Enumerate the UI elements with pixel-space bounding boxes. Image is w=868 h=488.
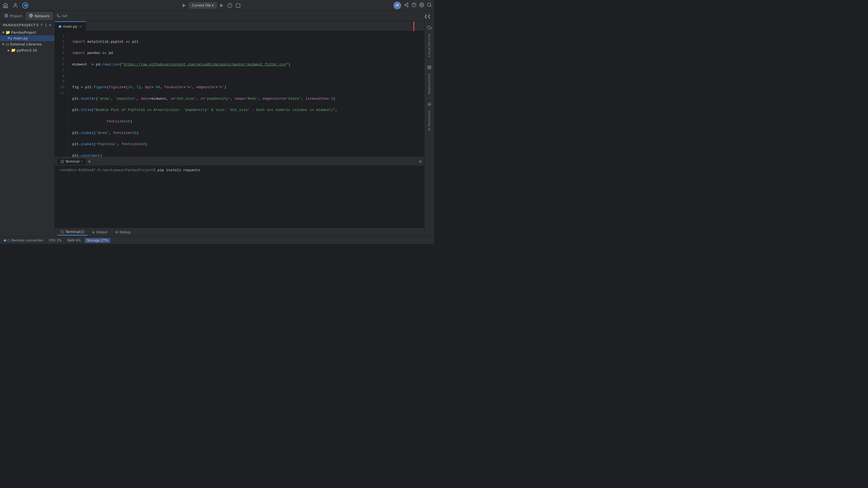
user-icon[interactable] <box>12 2 19 9</box>
svg-rect-13 <box>5 14 6 15</box>
status-bar: Remote connection CPU 2% RAM 6% Storage2… <box>0 236 434 244</box>
stop-button[interactable] <box>235 2 241 9</box>
run-config: Current File ▾ <box>181 2 241 9</box>
nav-tabs: Project Network Git ❮❮ <box>0 11 434 21</box>
chevron-down-icon: ▼ <box>2 43 4 46</box>
svg-point-19 <box>59 16 60 17</box>
sidebar-item-label: main.py <box>13 36 28 40</box>
sidebar-add-icon[interactable]: + <box>49 23 52 27</box>
avatar[interactable]: JB <box>394 2 401 9</box>
sidebar-item-external-libraries[interactable]: ▼ 🗂 External Libraries <box>0 41 55 47</box>
logo-icon[interactable] <box>22 2 29 9</box>
dropdown-chevron-icon: ▾ <box>212 4 213 7</box>
svg-rect-2 <box>236 4 240 7</box>
output-icon: ≡ <box>92 230 95 234</box>
editor-tab-close-button[interactable]: ✕ <box>79 25 82 29</box>
bottom-tab-output-label: Output <box>96 230 108 234</box>
run-button[interactable] <box>181 2 187 9</box>
status-remote-connection[interactable]: Remote connection <box>2 238 45 243</box>
chevron-down-icon: ▼ <box>2 31 4 34</box>
search-icon[interactable] <box>427 2 432 8</box>
svg-rect-14 <box>7 14 8 15</box>
sidebar-item-pandasproject[interactable]: ▼ 📁 PandasProject <box>0 29 55 35</box>
terminal-command: pip install requests <box>155 168 200 172</box>
sidebar-expand-icon[interactable]: ⇅ <box>36 23 39 27</box>
bottom-tab-debug[interactable]: ⚙ Debug <box>112 229 133 235</box>
help-icon[interactable] <box>411 2 416 8</box>
status-cpu[interactable]: CPU 2% <box>47 238 63 243</box>
debug-button[interactable] <box>226 2 233 9</box>
svg-point-4 <box>404 4 406 5</box>
current-file-button[interactable]: Current File ▾ <box>189 2 217 8</box>
svg-point-11 <box>427 3 431 6</box>
bottom-tab-output[interactable]: ≡ Output <box>89 229 111 235</box>
terminal-tab-label: Terminal <box>65 160 80 163</box>
svg-line-7 <box>405 4 407 4</box>
editor-tab-main-py[interactable]: main.py ✕ <box>55 21 86 31</box>
git-icon <box>57 14 61 18</box>
code-line-10: plt.colorbar() <box>72 153 424 157</box>
top-bar-nav-icons <box>2 2 29 9</box>
code-line-6: plt.scatter('area', 'poptotal', data=mid… <box>72 96 424 102</box>
bottom-tab-terminal[interactable]: ⬛ Terminal(1) <box>57 229 88 235</box>
svg-rect-16 <box>5 16 6 17</box>
code-line-3: midwest = pd.read_csv("https://raw.githu… <box>72 62 424 68</box>
terminal-tabs: ⬛ Terminal ✕ + ✕ <box>55 157 424 166</box>
svg-point-3 <box>407 3 408 4</box>
svg-line-12 <box>430 6 431 7</box>
storage-value: 27% <box>101 238 108 242</box>
terminal-panel: ⬛ Terminal ✕ + ✕ root@dcs-81981a97-0:/wo… <box>55 157 424 236</box>
close-terminal-panel-button[interactable]: ✕ <box>418 159 422 164</box>
connection-dot <box>4 239 6 241</box>
nav-tab-git[interactable]: Git <box>54 12 71 20</box>
cloud-service-group: Cloud Service <box>426 24 433 59</box>
cloud-service-label: Cloud Service <box>427 32 431 59</box>
code-line-9: plt.ylabel('Poptotal', fontsize=18) <box>72 141 424 147</box>
cpu-value: 2% <box>57 238 62 242</box>
top-right-icons: JB <box>394 2 432 9</box>
terminal-icon: ⬛ <box>60 160 64 163</box>
library-folder-icon: 🗂 <box>5 42 9 46</box>
terminal-content[interactable]: root@dcs-81981a97-0:/workspace/PandasPro… <box>55 166 424 228</box>
status-storage[interactable]: Storage27% <box>85 238 111 243</box>
svg-point-21 <box>429 104 430 105</box>
terminal-tab-1[interactable]: ⬛ Terminal ✕ <box>57 159 86 165</box>
code-line-1: import matplotlib.pyplot as plt <box>72 39 424 45</box>
svg-point-10 <box>421 4 423 5</box>
ai-assistant-icon[interactable] <box>426 100 433 108</box>
sidebar-item-label: python3.10 <box>17 48 37 52</box>
editor-tab-label: main.py <box>63 24 78 29</box>
share-icon[interactable] <box>404 2 409 8</box>
python-dot <box>59 25 61 28</box>
sidebar-item-python3[interactable]: ▶ 📁 python3.10 <box>0 47 55 53</box>
home-icon[interactable] <box>2 2 9 9</box>
line-numbers: 12345 6789 1011 <box>55 31 68 157</box>
deployment-icon[interactable] <box>426 64 433 71</box>
sidebar-title: PandasProject <box>3 23 36 27</box>
status-ram[interactable]: RAM 6% <box>66 238 83 243</box>
collapse-sidebar-button[interactable]: ❮❮ <box>422 13 433 20</box>
current-file-label: Current File <box>192 4 211 7</box>
sidebar-upload-icon[interactable]: ↑ <box>40 23 43 27</box>
cloud-service-icon[interactable] <box>426 24 433 31</box>
settings-icon[interactable] <box>419 2 424 8</box>
storage-label: Storage <box>87 238 100 242</box>
sidebar-header-icons: ⇅ ↑ ↓ + <box>36 23 52 27</box>
code-editor[interactable]: 12345 6789 1011 import matplotlib.pyplot… <box>55 31 424 157</box>
terminal-bottom-tabs: ⬛ Terminal(1) ≡ Output ⚙ Debug <box>55 228 424 236</box>
terminal-small-icon: ⬛ <box>60 230 64 234</box>
cloud-status-icon <box>7 239 10 242</box>
sidebar-tree: ▼ 📁 PandasProject Py main.py ▼ 🗂 Externa… <box>0 29 55 54</box>
nav-tab-project[interactable]: Project <box>1 12 25 20</box>
network-icon <box>29 14 33 18</box>
ai-assistant-label: AI Assistant <box>427 109 431 133</box>
sidebar-download-icon[interactable]: ↓ <box>44 23 48 27</box>
nav-tab-network[interactable]: Network <box>26 12 53 20</box>
terminal-tab-close-button[interactable]: ✕ <box>81 160 83 163</box>
svg-rect-15 <box>7 16 8 17</box>
folder-icon: 📁 <box>11 48 16 52</box>
git-label: Git <box>62 14 67 18</box>
add-terminal-button[interactable]: + <box>86 159 92 164</box>
run-green-button[interactable] <box>218 2 225 9</box>
sidebar-item-main-py[interactable]: Py main.py <box>0 35 55 41</box>
